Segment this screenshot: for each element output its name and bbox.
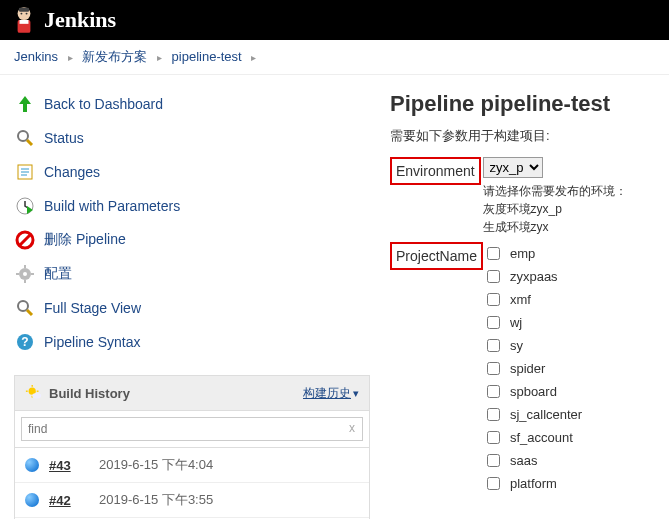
- history-title: Build History: [49, 386, 303, 401]
- task-changes[interactable]: Changes: [14, 155, 370, 189]
- env-hint-text: 生成环境zyx: [483, 218, 627, 236]
- project-item: sy: [487, 334, 582, 357]
- env-hint-text: 灰度环境zyx_p: [483, 200, 627, 218]
- project-checklist: empzyxpaasxmfwjsyspiderspboardsj_callcen…: [485, 242, 582, 495]
- project-label: spider: [510, 361, 545, 376]
- main-panel: Pipeline pipeline-test 需要如下参数用于构建项目: Env…: [380, 75, 669, 519]
- svg-point-3: [26, 13, 28, 15]
- svg-rect-5: [20, 20, 29, 24]
- task-label[interactable]: 配置: [44, 265, 72, 283]
- build-time: 2019-6-15 下午3:55: [99, 491, 213, 509]
- env-hint-text: 请选择你需要发布的环境：: [483, 182, 627, 200]
- breadcrumb-item[interactable]: Jenkins: [14, 49, 58, 64]
- page-title: Pipeline pipeline-test: [390, 91, 659, 117]
- brand-text[interactable]: Jenkins: [44, 7, 116, 33]
- parameters-subtitle: 需要如下参数用于构建项目:: [390, 127, 659, 145]
- task-build-with-parameters[interactable]: Build with Parameters: [14, 189, 370, 223]
- project-checkbox[interactable]: [487, 385, 500, 398]
- task-configure[interactable]: 配置: [14, 257, 370, 291]
- task-label[interactable]: Build with Parameters: [44, 198, 180, 214]
- projectname-param-label: ProjectName: [390, 242, 483, 270]
- top-bar: Jenkins: [0, 0, 669, 40]
- project-item: zyxpaas: [487, 265, 582, 288]
- search-icon: [14, 297, 36, 319]
- gear-icon: [14, 263, 36, 285]
- project-label: sj_callcenter: [510, 407, 582, 422]
- task-full-stage-view[interactable]: Full Stage View: [14, 291, 370, 325]
- build-number-link[interactable]: #43: [49, 458, 99, 473]
- svg-point-16: [23, 272, 27, 276]
- weather-icon: [25, 384, 43, 402]
- build-status-ball-icon: [25, 458, 39, 472]
- build-row[interactable]: #432019-6-15 下午4:04: [15, 448, 369, 483]
- project-item: spider: [487, 357, 582, 380]
- project-item: emp: [487, 242, 582, 265]
- project-checkbox[interactable]: [487, 431, 500, 444]
- svg-point-21: [18, 301, 28, 311]
- project-item: sf_account: [487, 426, 582, 449]
- project-label: saas: [510, 453, 537, 468]
- task-status[interactable]: Status: [14, 121, 370, 155]
- project-item: xmf: [487, 288, 582, 311]
- project-item: wj: [487, 311, 582, 334]
- project-label: sy: [510, 338, 523, 353]
- task-label[interactable]: Changes: [44, 164, 100, 180]
- task-back-to-dashboard[interactable]: Back to Dashboard: [14, 87, 370, 121]
- svg-point-2: [20, 13, 22, 15]
- task-label[interactable]: Pipeline Syntax: [44, 334, 141, 350]
- svg-line-22: [27, 310, 32, 315]
- history-find-input[interactable]: [21, 417, 363, 441]
- clock-play-icon: [14, 195, 36, 217]
- build-history-panel: Build History 构建历史 ▾ x #432019-6-15 下午4:…: [14, 375, 370, 519]
- chevron-right-icon: ▸: [157, 52, 162, 63]
- project-label: xmf: [510, 292, 531, 307]
- project-label: spboard: [510, 384, 557, 399]
- history-trend-link[interactable]: 构建历史: [303, 385, 351, 402]
- project-label: wj: [510, 315, 522, 330]
- project-checkbox[interactable]: [487, 339, 500, 352]
- task-label[interactable]: Status: [44, 130, 84, 146]
- project-checkbox[interactable]: [487, 293, 500, 306]
- svg-point-6: [18, 131, 28, 141]
- trend-caret-icon: ▾: [353, 387, 359, 400]
- task-label[interactable]: Back to Dashboard: [44, 96, 163, 112]
- svg-line-7: [27, 140, 32, 145]
- chevron-right-icon: ▸: [251, 52, 256, 63]
- task-label[interactable]: 删除 Pipeline: [44, 231, 126, 249]
- notes-icon: [14, 161, 36, 183]
- build-time: 2019-6-15 下午4:04: [99, 456, 213, 474]
- clear-icon[interactable]: x: [349, 421, 355, 435]
- project-label: emp: [510, 246, 535, 261]
- project-item: platform: [487, 472, 582, 495]
- environment-param-label: Environment: [390, 157, 481, 185]
- project-item: saas: [487, 449, 582, 472]
- task-label[interactable]: Full Stage View: [44, 300, 141, 316]
- build-row[interactable]: #422019-6-15 下午3:55: [15, 483, 369, 518]
- project-checkbox[interactable]: [487, 408, 500, 421]
- build-number-link[interactable]: #42: [49, 493, 99, 508]
- project-checkbox[interactable]: [487, 454, 500, 467]
- project-item: spboard: [487, 380, 582, 403]
- project-checkbox[interactable]: [487, 270, 500, 283]
- project-checkbox[interactable]: [487, 316, 500, 329]
- task-delete-pipeline[interactable]: 删除 Pipeline: [14, 223, 370, 257]
- project-checkbox[interactable]: [487, 362, 500, 375]
- help-icon: ?: [14, 331, 36, 353]
- breadcrumb-item[interactable]: 新发布方案: [82, 49, 147, 64]
- task-list: Back to Dashboard Status Changes Build w…: [14, 87, 370, 359]
- task-pipeline-syntax[interactable]: ? Pipeline Syntax: [14, 325, 370, 359]
- project-checkbox[interactable]: [487, 247, 500, 260]
- breadcrumb-item[interactable]: pipeline-test: [172, 49, 242, 64]
- svg-point-30: [32, 393, 41, 398]
- jenkins-logo-icon: [10, 4, 38, 36]
- project-label: zyxpaas: [510, 269, 558, 284]
- chevron-right-icon: ▸: [68, 52, 73, 63]
- project-checkbox[interactable]: [487, 477, 500, 490]
- sidebar: Back to Dashboard Status Changes Build w…: [0, 75, 380, 519]
- build-status-ball-icon: [25, 493, 39, 507]
- environment-select[interactable]: zyx_p: [483, 157, 543, 178]
- project-label: platform: [510, 476, 557, 491]
- svg-line-14: [20, 235, 30, 245]
- project-item: sj_callcenter: [487, 403, 582, 426]
- search-icon: [14, 127, 36, 149]
